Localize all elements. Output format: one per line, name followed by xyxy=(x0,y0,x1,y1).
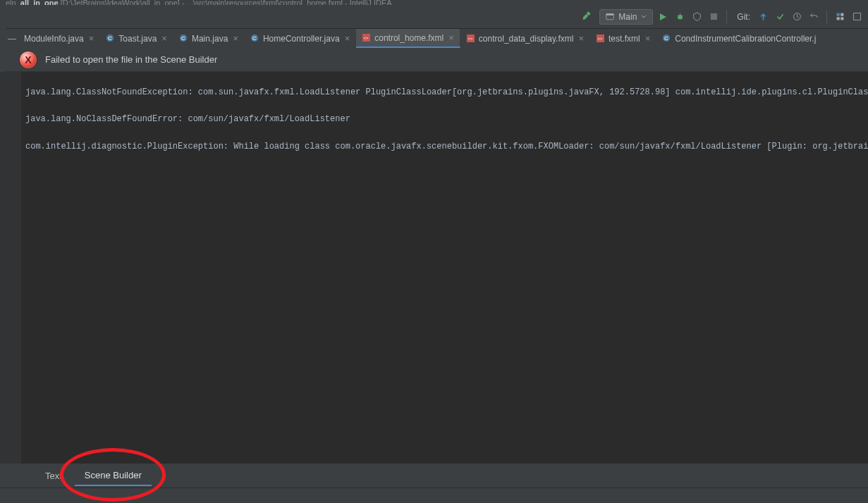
svg-rect-14 xyxy=(841,17,843,20)
search-everywhere-icon[interactable] xyxy=(850,10,864,24)
close-icon[interactable]: × xyxy=(345,33,350,44)
file-label: control_data_display.fxml xyxy=(479,34,574,44)
tab-main[interactable]: C Main.java × xyxy=(173,29,245,48)
separator xyxy=(726,10,727,24)
vcs-update-icon[interactable] xyxy=(756,10,770,24)
svg-line-6 xyxy=(682,15,683,16)
project-name: all_in_one xyxy=(20,0,59,5)
close-icon[interactable]: × xyxy=(448,32,454,43)
svg-text:<>: <> xyxy=(597,37,603,41)
vcs-history-icon[interactable] xyxy=(790,10,804,24)
file-label: CondInstrumentCalibrationController.j xyxy=(675,34,816,44)
close-icon[interactable]: × xyxy=(578,33,584,44)
tab-condinstrument[interactable]: C CondInstrumentCalibrationController.j xyxy=(656,29,822,48)
class-icon: C xyxy=(179,34,188,43)
close-icon[interactable]: × xyxy=(161,33,167,44)
file-label: test.fxml xyxy=(609,34,640,44)
stack-line-1: java.lang.ClassNotFoundException: com.su… xyxy=(25,87,868,97)
svg-point-3 xyxy=(678,15,683,20)
tab-test-fxml[interactable]: <> test.fxml × xyxy=(590,29,656,48)
main-toolbar: Main Git: xyxy=(0,5,868,29)
stop-icon[interactable] xyxy=(707,10,721,24)
debug-icon[interactable] xyxy=(673,10,687,24)
build-icon[interactable] xyxy=(580,10,594,24)
svg-rect-15 xyxy=(853,13,860,20)
menu-help[interactable]: elp xyxy=(6,0,16,5)
tab-control-data-display-fxml[interactable]: <> control_data_display.fxml × xyxy=(460,29,590,48)
chevron-down-icon xyxy=(641,14,647,20)
svg-rect-2 xyxy=(606,13,614,15)
fxml-icon: <> xyxy=(596,34,605,43)
class-icon: C xyxy=(250,34,259,43)
vcs-commit-icon[interactable] xyxy=(773,10,787,24)
fxml-icon: <> xyxy=(362,33,371,42)
tab-homecontroller[interactable]: C HomeController.java × xyxy=(245,29,356,48)
file-label: Main.java xyxy=(192,34,228,44)
class-icon: C xyxy=(662,34,671,43)
svg-text:<>: <> xyxy=(364,36,369,40)
editor-area[interactable]: java.lang.ClassNotFoundException: com.su… xyxy=(21,72,868,464)
svg-rect-9 xyxy=(711,13,717,20)
error-icon: X xyxy=(20,51,37,68)
editor-gutter xyxy=(0,72,21,464)
file-label: ModuleInfo.java xyxy=(24,34,84,44)
stack-line-3: com.intellij.diagnostic.PluginException:… xyxy=(25,142,868,151)
svg-rect-11 xyxy=(836,13,839,16)
tab-control-home-fxml[interactable]: <> control_home.fxml × xyxy=(356,29,460,48)
class-icon: C xyxy=(106,34,115,43)
tab-moduleinfo[interactable]: ModuleInfo.java × xyxy=(18,29,100,48)
svg-rect-12 xyxy=(841,13,843,16)
svg-line-5 xyxy=(677,15,678,16)
bottom-tab-scene-builder[interactable]: Scene Builder xyxy=(75,466,152,486)
svg-rect-13 xyxy=(836,17,839,20)
file-label: control_home.fxml xyxy=(374,33,444,43)
error-message: Failed to open the file in the Scene Bui… xyxy=(45,54,217,65)
vcs-revert-icon[interactable] xyxy=(807,10,821,24)
run-icon[interactable] xyxy=(656,10,670,24)
editor-tabs: — ModuleInfo.java × C Toast.java × C Mai… xyxy=(0,29,868,48)
svg-text:<>: <> xyxy=(467,37,473,41)
window-title-bar: elp all_in_one [D:\JetBrains\IdeaWork\al… xyxy=(0,0,868,5)
close-icon[interactable]: × xyxy=(89,33,94,44)
title-path: [D:\JetBrains\IdeaWork\all_in_one] - ...… xyxy=(61,0,392,5)
svg-text:C: C xyxy=(252,35,257,42)
project-structure-icon[interactable] xyxy=(833,10,847,24)
svg-text:C: C xyxy=(664,35,668,42)
tab-toast[interactable]: C Toast.java × xyxy=(100,29,173,48)
svg-text:C: C xyxy=(108,35,112,42)
run-config-dropdown[interactable]: Main xyxy=(599,9,653,25)
collapse-tabs-icon[interactable]: — xyxy=(6,29,18,48)
application-icon xyxy=(606,13,614,21)
fxml-icon: <> xyxy=(466,34,475,43)
file-label: Toast.java xyxy=(118,34,157,44)
status-bar xyxy=(0,488,868,503)
run-config-label: Main xyxy=(618,12,637,22)
bottom-tabs: Text Scene Builder xyxy=(21,464,868,488)
close-icon[interactable]: × xyxy=(233,33,238,44)
svg-text:C: C xyxy=(181,35,185,42)
git-label: Git: xyxy=(737,12,750,22)
separator xyxy=(826,10,827,24)
bottom-tab-text[interactable]: Text xyxy=(35,466,72,485)
error-banner: X Failed to open the file in the Scene B… xyxy=(0,48,868,72)
stack-line-2: java.lang.NoClassDefFoundError: com/sun/… xyxy=(25,114,350,124)
file-label: HomeController.java xyxy=(263,34,340,44)
close-icon[interactable]: × xyxy=(645,33,651,44)
coverage-icon[interactable] xyxy=(690,10,704,24)
